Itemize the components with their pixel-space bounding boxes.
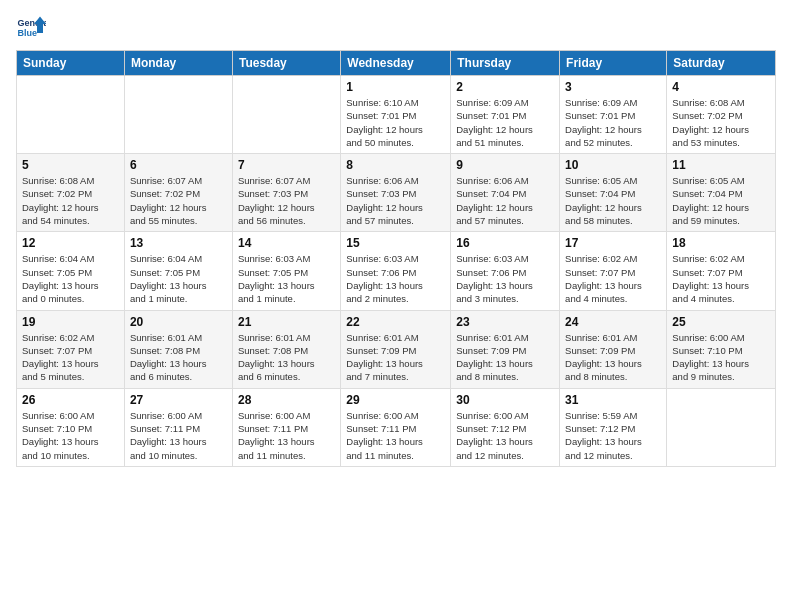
calendar-cell: 10Sunrise: 6:05 AMSunset: 7:04 PMDayligh… [560,154,667,232]
day-info-line: Daylight: 13 hours [456,279,554,292]
day-info-line: Daylight: 13 hours [22,357,119,370]
day-number: 10 [565,158,661,172]
day-number: 16 [456,236,554,250]
day-info-line: Sunset: 7:04 PM [565,187,661,200]
day-info-line: Sunrise: 6:06 AM [456,174,554,187]
day-info-line: Daylight: 13 hours [238,279,335,292]
day-info-line: Sunrise: 6:04 AM [130,252,227,265]
calendar-table: SundayMondayTuesdayWednesdayThursdayFrid… [16,50,776,467]
calendar-cell: 7Sunrise: 6:07 AMSunset: 7:03 PMDaylight… [232,154,340,232]
day-info-line: Sunset: 7:10 PM [672,344,770,357]
calendar-week-3: 12Sunrise: 6:04 AMSunset: 7:05 PMDayligh… [17,232,776,310]
calendar-cell: 25Sunrise: 6:00 AMSunset: 7:10 PMDayligh… [667,310,776,388]
day-number: 2 [456,80,554,94]
calendar-cell: 9Sunrise: 6:06 AMSunset: 7:04 PMDaylight… [451,154,560,232]
calendar-cell: 21Sunrise: 6:01 AMSunset: 7:08 PMDayligh… [232,310,340,388]
day-number: 27 [130,393,227,407]
calendar-cell: 31Sunrise: 5:59 AMSunset: 7:12 PMDayligh… [560,388,667,466]
day-info-line: Daylight: 12 hours [346,123,445,136]
calendar-header: SundayMondayTuesdayWednesdayThursdayFrid… [17,51,776,76]
calendar-week-5: 26Sunrise: 6:00 AMSunset: 7:10 PMDayligh… [17,388,776,466]
day-number: 31 [565,393,661,407]
calendar-week-4: 19Sunrise: 6:02 AMSunset: 7:07 PMDayligh… [17,310,776,388]
day-info-line: and 0 minutes. [22,292,119,305]
day-info-line: Sunrise: 6:00 AM [672,331,770,344]
day-info-line: Sunset: 7:08 PM [238,344,335,357]
day-info-line: Sunrise: 6:10 AM [346,96,445,109]
day-info-line: and 8 minutes. [456,370,554,383]
day-info-line: and 4 minutes. [672,292,770,305]
day-info-line: and 8 minutes. [565,370,661,383]
day-info-line: Sunset: 7:12 PM [565,422,661,435]
weekday-header-sunday: Sunday [17,51,125,76]
day-info-line: Sunset: 7:07 PM [565,266,661,279]
day-info-line: Daylight: 13 hours [456,435,554,448]
logo: GeneralBlue [16,12,46,42]
day-number: 1 [346,80,445,94]
day-info-line: Sunset: 7:11 PM [238,422,335,435]
day-info-line: Daylight: 13 hours [565,357,661,370]
day-info-line: Daylight: 12 hours [565,201,661,214]
calendar-cell [667,388,776,466]
day-info-line: Sunrise: 6:07 AM [238,174,335,187]
day-number: 28 [238,393,335,407]
day-info-line: Sunrise: 6:02 AM [565,252,661,265]
calendar-cell: 5Sunrise: 6:08 AMSunset: 7:02 PMDaylight… [17,154,125,232]
day-info-line: Daylight: 13 hours [565,435,661,448]
day-info-line: Sunset: 7:01 PM [565,109,661,122]
calendar-cell: 8Sunrise: 6:06 AMSunset: 7:03 PMDaylight… [341,154,451,232]
day-info-line: Sunset: 7:09 PM [565,344,661,357]
weekday-header-monday: Monday [124,51,232,76]
day-info-line: and 57 minutes. [456,214,554,227]
calendar-cell: 22Sunrise: 6:01 AMSunset: 7:09 PMDayligh… [341,310,451,388]
day-number: 25 [672,315,770,329]
day-info-line: and 54 minutes. [22,214,119,227]
day-info-line: and 59 minutes. [672,214,770,227]
day-info-line: Daylight: 12 hours [672,123,770,136]
day-info-line: and 1 minute. [130,292,227,305]
day-info-line: Sunset: 7:12 PM [456,422,554,435]
calendar-cell: 15Sunrise: 6:03 AMSunset: 7:06 PMDayligh… [341,232,451,310]
day-info-line: Sunset: 7:01 PM [456,109,554,122]
calendar-cell [232,76,340,154]
day-info-line: Sunrise: 5:59 AM [565,409,661,422]
day-info-line: Daylight: 13 hours [130,279,227,292]
calendar-week-1: 1Sunrise: 6:10 AMSunset: 7:01 PMDaylight… [17,76,776,154]
page: GeneralBlue SundayMondayTuesdayWednesday… [0,0,792,479]
day-info-line: Daylight: 13 hours [130,357,227,370]
day-number: 24 [565,315,661,329]
calendar-cell: 2Sunrise: 6:09 AMSunset: 7:01 PMDaylight… [451,76,560,154]
day-info-line: Sunrise: 6:05 AM [565,174,661,187]
day-info-line: Sunrise: 6:07 AM [130,174,227,187]
day-info-line: Sunset: 7:05 PM [22,266,119,279]
calendar-cell: 24Sunrise: 6:01 AMSunset: 7:09 PMDayligh… [560,310,667,388]
day-info-line: and 6 minutes. [130,370,227,383]
calendar-cell: 26Sunrise: 6:00 AMSunset: 7:10 PMDayligh… [17,388,125,466]
day-number: 12 [22,236,119,250]
calendar-cell: 14Sunrise: 6:03 AMSunset: 7:05 PMDayligh… [232,232,340,310]
logo-icon: GeneralBlue [16,12,46,42]
day-info-line: Sunrise: 6:06 AM [346,174,445,187]
day-info-line: Sunrise: 6:03 AM [346,252,445,265]
day-info-line: Daylight: 12 hours [130,201,227,214]
day-info-line: Sunrise: 6:09 AM [565,96,661,109]
calendar-cell: 30Sunrise: 6:00 AMSunset: 7:12 PMDayligh… [451,388,560,466]
day-info-line: Daylight: 12 hours [346,201,445,214]
day-info-line: Sunrise: 6:01 AM [130,331,227,344]
day-info-line: Sunset: 7:09 PM [346,344,445,357]
day-info-line: Sunrise: 6:03 AM [238,252,335,265]
day-number: 14 [238,236,335,250]
day-info-line: Daylight: 13 hours [672,357,770,370]
day-info-line: and 57 minutes. [346,214,445,227]
day-info-line: Daylight: 13 hours [346,279,445,292]
day-info-line: Sunset: 7:02 PM [22,187,119,200]
day-info-line: Sunset: 7:07 PM [22,344,119,357]
day-info-line: Sunrise: 6:01 AM [346,331,445,344]
day-info-line: Daylight: 13 hours [346,357,445,370]
day-info-line: Daylight: 12 hours [238,201,335,214]
weekday-header-friday: Friday [560,51,667,76]
day-number: 11 [672,158,770,172]
svg-text:Blue: Blue [18,28,38,38]
day-number: 4 [672,80,770,94]
calendar-cell: 6Sunrise: 6:07 AMSunset: 7:02 PMDaylight… [124,154,232,232]
